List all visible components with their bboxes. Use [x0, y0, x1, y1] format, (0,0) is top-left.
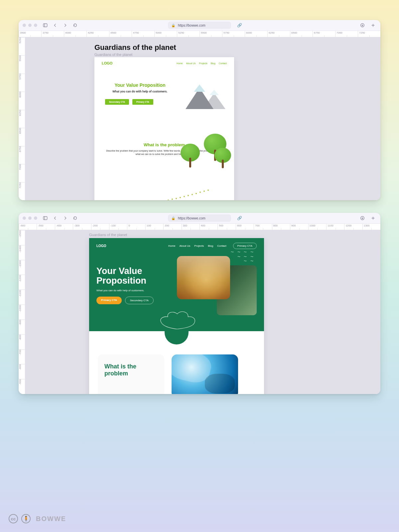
mountain-illustration	[186, 82, 225, 109]
secondary-cta-button[interactable]: Secondary CTA	[125, 297, 154, 304]
hero-section: LOGO HomeAbout UsProjectsBlogContact Pri…	[89, 238, 264, 331]
ruler-tick: 4750	[132, 31, 154, 37]
download-icon[interactable]	[359, 23, 366, 28]
ruler-tick: -1200	[19, 275, 25, 290]
ruler-tick: 700	[254, 224, 272, 230]
hero-headline: Your Value Proposition	[96, 266, 170, 286]
artboard-page[interactable]: LOGO HomeAbout UsProjectsBlogContact Pri…	[89, 238, 264, 394]
hero-headline: Your Value Proposition	[103, 82, 177, 88]
header-cta-button[interactable]: Primary CTA	[233, 243, 257, 249]
svg-rect-0	[43, 24, 47, 27]
secondary-cta-button[interactable]: Secondary CTA	[105, 99, 129, 105]
trees-illustration	[178, 134, 236, 180]
link-icon[interactable]: 🔗	[236, 23, 243, 28]
ruler-tick: 5750	[19, 73, 25, 91]
dotted-path	[108, 186, 214, 200]
brand-watermark: BOWWE	[36, 515, 66, 523]
ruler-tick: 6250	[267, 31, 290, 37]
ruler-tick: 0	[127, 224, 145, 230]
ruler-tick: 100	[145, 224, 163, 230]
forward-icon[interactable]	[62, 23, 68, 28]
ruler-tick: 5750	[222, 31, 245, 37]
problem-card: What is the problem	[98, 354, 164, 394]
nav-link[interactable]: Home	[177, 62, 183, 65]
artboard-page[interactable]: LOGO HomeAbout UsProjectsBlogContact You…	[94, 57, 234, 200]
lock-icon: 🔒	[171, 216, 175, 220]
ruler-tick: 1100	[326, 224, 344, 230]
artboard-label: Guardians of the planet	[89, 233, 127, 237]
ruler-tick: -1300	[19, 260, 25, 275]
ruler-tick: -900	[19, 320, 25, 334]
nav-link[interactable]: Blog	[211, 62, 215, 65]
window-controls[interactable]	[23, 216, 37, 220]
ruler-tick: -700	[19, 349, 25, 364]
plus-icon[interactable]	[370, 23, 376, 28]
ruler-vertical: -1500-1400-1300-1200-1100-1000-900-800-7…	[19, 230, 25, 394]
nav-link[interactable]: Home	[168, 244, 175, 247]
nav-link[interactable]: Projects	[194, 244, 204, 247]
browser-window-1: 🔒 https://bowwe.com 🔗 350037504000425045…	[19, 20, 380, 200]
sidebar-icon[interactable]	[42, 23, 49, 28]
ruler-tick: 800	[272, 224, 290, 230]
ruler-tick: 600	[236, 224, 254, 230]
ruler-tick: 6500	[290, 31, 313, 37]
attribution-footer: cc 🧍 BOWWE	[9, 514, 66, 523]
ruler-tick: 6750	[313, 31, 335, 37]
ruler-tick: 6000	[19, 91, 25, 109]
ruler-tick: 3500	[19, 31, 41, 37]
ruler-tick: 7250	[19, 182, 25, 200]
site-logo[interactable]: LOGO	[96, 244, 106, 248]
reload-icon[interactable]	[72, 216, 78, 220]
ruler-horizontal: -600-500-400-300-200-1000100200300400500…	[19, 223, 380, 230]
nav-link[interactable]: About Us	[186, 62, 196, 65]
ruler-tick: -1500	[19, 230, 25, 245]
ruler-tick: -500	[37, 224, 55, 230]
window-controls[interactable]	[23, 24, 37, 27]
primary-cta-button[interactable]: Primary CTA	[132, 99, 153, 105]
address-bar[interactable]: 🔒 https://bowwe.com	[168, 22, 231, 29]
ruler-tick: -1100	[19, 290, 25, 305]
ruler-tick: 6500	[19, 128, 25, 146]
ruler-tick: 200	[163, 224, 181, 230]
ruler-tick: 6000	[245, 31, 267, 37]
link-icon[interactable]: 🔗	[236, 216, 243, 220]
back-icon[interactable]	[52, 216, 59, 220]
primary-cta-button[interactable]: Primary CTA	[96, 297, 122, 304]
nav-link[interactable]: About Us	[179, 244, 190, 247]
url-text: https://bowwe.com	[178, 24, 205, 27]
ruler-tick: 4250	[86, 31, 109, 37]
ruler-tick: 1300	[362, 224, 380, 230]
url-text: https://bowwe.com	[178, 216, 205, 220]
ruler-tick: 4500	[109, 31, 132, 37]
design-canvas[interactable]: Guardians of the planet Guardians of the…	[25, 37, 380, 200]
site-nav: HomeAbout UsProjectsBlogContact	[177, 62, 227, 65]
ruler-tick: -100	[109, 224, 127, 230]
ruler-tick: -200	[91, 224, 109, 230]
ruler-tick: 400	[200, 224, 217, 230]
titlebar: 🔒 https://bowwe.com 🔗	[19, 213, 380, 223]
address-bar[interactable]: 🔒 https://bowwe.com	[168, 214, 231, 222]
reload-icon[interactable]	[72, 23, 78, 28]
lock-icon: 🔒	[171, 24, 175, 27]
forward-icon[interactable]	[62, 216, 68, 220]
ruler-tick: 4000	[64, 31, 86, 37]
site-logo[interactable]: LOGO	[102, 61, 112, 65]
ruler-tick: 5500	[200, 31, 222, 37]
nav-link[interactable]: Contact	[217, 244, 226, 247]
ruler-tick: 7000	[335, 31, 358, 37]
nav-link[interactable]: Projects	[199, 62, 207, 65]
ruler-tick: -1000	[19, 305, 25, 320]
ruler-tick: 5500	[19, 55, 25, 73]
ruler-tick: 1200	[344, 224, 362, 230]
download-icon[interactable]	[359, 216, 366, 220]
ruler-tick: 6750	[19, 146, 25, 164]
ruler-tick: -600	[19, 224, 37, 230]
nav-link[interactable]: Blog	[208, 244, 213, 247]
nav-link[interactable]: Contact	[219, 62, 227, 65]
ruler-tick: -800	[19, 334, 25, 349]
ruler-tick: 5000	[154, 31, 177, 37]
back-icon[interactable]	[52, 23, 59, 28]
sidebar-icon[interactable]	[42, 216, 49, 220]
design-canvas[interactable]: Guardians of the planet LOGO HomeAbout U…	[25, 230, 380, 394]
plus-icon[interactable]	[370, 216, 376, 220]
